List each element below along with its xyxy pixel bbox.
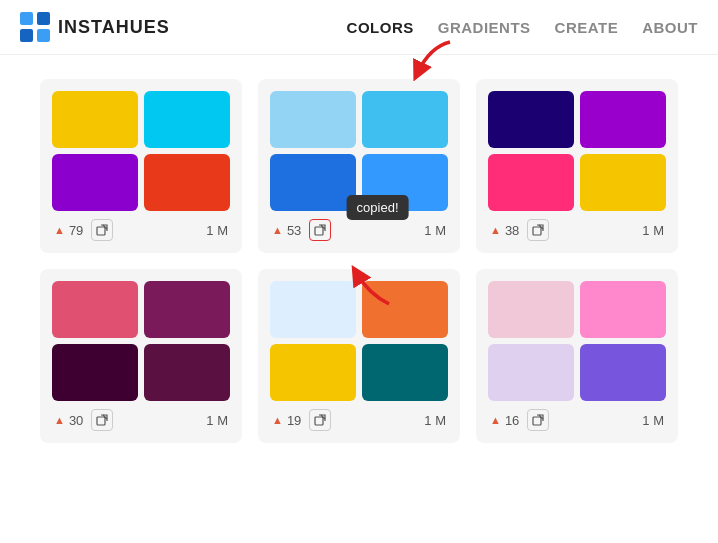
vote-triangle-icon: ▲ [490, 414, 501, 426]
nav-item-colors[interactable]: COLORS [347, 19, 414, 36]
svg-rect-8 [315, 417, 323, 425]
palette-card-wrapper-3: ▲381 M [476, 79, 678, 253]
header: INSTAHUES COLORS GRADIENTS CREATE ABOUT [0, 0, 718, 55]
color-swatch[interactable] [362, 281, 448, 338]
card-footer: ▲191 M [270, 409, 448, 431]
color-swatches [488, 281, 666, 401]
external-link-icon[interactable] [527, 409, 549, 431]
view-count: 1 M [424, 413, 446, 428]
logo-text: INSTAHUES [58, 17, 170, 38]
color-swatch[interactable] [52, 91, 138, 148]
color-swatch[interactable] [144, 154, 230, 211]
vote-triangle-icon: ▲ [54, 414, 65, 426]
color-swatch[interactable] [270, 154, 356, 211]
card-footer: ▲301 M [52, 409, 230, 431]
vote-triangle-icon: ▲ [272, 414, 283, 426]
vote-number: 79 [69, 223, 83, 238]
svg-rect-3 [37, 29, 50, 42]
external-link-icon[interactable] [527, 219, 549, 241]
vote-number: 19 [287, 413, 301, 428]
palette-card: ▲791 M [40, 79, 242, 253]
color-swatch[interactable] [270, 91, 356, 148]
color-swatch[interactable] [362, 344, 448, 401]
palette-card: ▲161 M [476, 269, 678, 443]
palette-card: ▲191 M [258, 269, 460, 443]
color-swatches [52, 91, 230, 211]
view-count: 1 M [206, 223, 228, 238]
color-swatch[interactable] [270, 281, 356, 338]
color-swatch[interactable] [52, 281, 138, 338]
svg-rect-7 [97, 417, 105, 425]
view-count: 1 M [642, 413, 664, 428]
svg-rect-9 [533, 417, 541, 425]
external-link-icon[interactable] [91, 219, 113, 241]
logo-icon [20, 12, 50, 42]
color-swatch[interactable] [52, 344, 138, 401]
svg-rect-5 [315, 227, 323, 235]
color-swatches [488, 91, 666, 211]
color-swatches [52, 281, 230, 401]
color-swatch[interactable] [488, 154, 574, 211]
vote-number: 38 [505, 223, 519, 238]
svg-rect-4 [97, 227, 105, 235]
color-swatch[interactable] [488, 91, 574, 148]
color-swatch[interactable] [144, 281, 230, 338]
card-footer: ▲791 M [52, 219, 230, 241]
palette-card: ▲381 M [476, 79, 678, 253]
vote-number: 53 [287, 223, 301, 238]
view-count: 1 M [206, 413, 228, 428]
main-nav: COLORS GRADIENTS CREATE ABOUT [347, 19, 698, 36]
vote-triangle-icon: ▲ [490, 224, 501, 236]
vote-triangle-icon: ▲ [54, 224, 65, 236]
external-link-icon[interactable] [309, 219, 331, 241]
color-swatch[interactable] [362, 154, 448, 211]
vote-count: ▲16 [490, 413, 519, 428]
vote-number: 30 [69, 413, 83, 428]
vote-number: 16 [505, 413, 519, 428]
nav-item-create[interactable]: CREATE [555, 19, 619, 36]
color-swatch[interactable] [144, 344, 230, 401]
vote-triangle-icon: ▲ [272, 224, 283, 236]
color-swatch[interactable] [580, 281, 666, 338]
palette-card-wrapper-2: copied!▲531 M [258, 79, 460, 253]
color-swatch[interactable] [144, 91, 230, 148]
palette-card: copied!▲531 M [258, 79, 460, 253]
logo: INSTAHUES [20, 12, 170, 42]
color-swatch[interactable] [580, 91, 666, 148]
vote-count: ▲53 [272, 223, 301, 238]
nav-item-gradients[interactable]: GRADIENTS [438, 19, 531, 36]
external-link-icon[interactable] [91, 409, 113, 431]
palette-card: ▲301 M [40, 269, 242, 443]
color-swatch[interactable] [488, 281, 574, 338]
palette-card-wrapper-5: ▲191 M [258, 269, 460, 443]
card-footer: ▲161 M [488, 409, 666, 431]
color-swatch[interactable] [488, 344, 574, 401]
color-swatch[interactable] [270, 344, 356, 401]
vote-count: ▲79 [54, 223, 83, 238]
color-swatch[interactable] [362, 91, 448, 148]
nav-item-about[interactable]: ABOUT [642, 19, 698, 36]
palette-card-wrapper-4: ▲301 M [40, 269, 242, 443]
color-swatch[interactable] [580, 344, 666, 401]
vote-count: ▲19 [272, 413, 301, 428]
color-swatches [270, 91, 448, 211]
card-footer: ▲531 M [270, 219, 448, 241]
card-footer: ▲381 M [488, 219, 666, 241]
palette-card-wrapper-6: ▲161 M [476, 269, 678, 443]
vote-count: ▲30 [54, 413, 83, 428]
view-count: 1 M [642, 223, 664, 238]
vote-count: ▲38 [490, 223, 519, 238]
color-swatch[interactable] [580, 154, 666, 211]
palette-card-wrapper-1: ▲791 M [40, 79, 242, 253]
svg-rect-1 [37, 12, 50, 25]
svg-rect-6 [533, 227, 541, 235]
svg-rect-2 [20, 29, 33, 42]
external-link-icon[interactable] [309, 409, 331, 431]
color-swatches [270, 281, 448, 401]
color-swatch[interactable] [52, 154, 138, 211]
view-count: 1 M [424, 223, 446, 238]
svg-rect-0 [20, 12, 33, 25]
palette-grid: ▲791 Mcopied!▲531 M▲381 M▲301 M▲191 M▲16… [0, 55, 718, 467]
